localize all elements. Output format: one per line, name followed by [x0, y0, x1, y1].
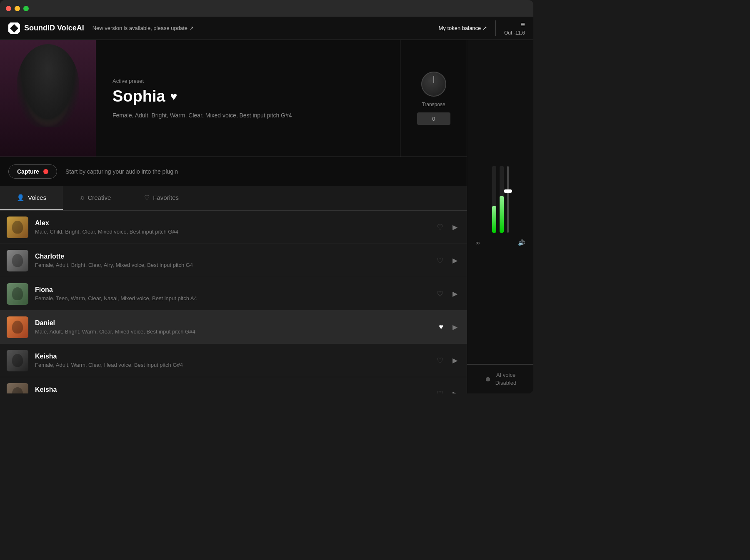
voice-item-alex[interactable]: Alex Male, Child, Bright, Clear, Mixed v…	[0, 211, 467, 244]
fader-track[interactable]	[507, 166, 509, 233]
voice-item-daniel[interactable]: Daniel Male, Adult, Bright, Warm, Clear,…	[0, 311, 467, 344]
voice-name-daniel: Daniel	[35, 319, 439, 327]
voice-actions-keisha1: ♡ ▶	[437, 356, 460, 366]
creative-icon: ♫	[80, 194, 84, 201]
artist-silhouette	[0, 40, 96, 157]
voice-info-daniel: Daniel Male, Adult, Bright, Warm, Clear,…	[35, 319, 439, 335]
meter-fill-right	[500, 196, 504, 233]
maximize-button[interactable]	[23, 6, 29, 11]
capture-bar: Capture Start by capturing your audio in…	[0, 157, 467, 186]
fader-controls: ∞ 🔊	[474, 239, 527, 246]
voice-name-keisha1: Keisha	[35, 353, 437, 360]
voice-heart-keisha2[interactable]: ♡	[437, 389, 443, 394]
voice-play-fiona[interactable]: ▶	[450, 289, 460, 299]
voice-info-alex: Alex Male, Child, Bright, Clear, Mixed v…	[35, 219, 437, 235]
voice-play-keisha1[interactable]: ▶	[450, 356, 460, 366]
voice-list-wrapper: Alex Male, Child, Bright, Clear, Mixed v…	[0, 211, 467, 393]
right-header: ≡ Out -11.6	[495, 20, 525, 36]
left-area: Active preset Sophia ♥ Female, Adult, Br…	[0, 40, 467, 393]
voice-tags-alex: Male, Child, Bright, Clear, Mixed voice,…	[35, 229, 437, 235]
voice-item-keisha1[interactable]: Keisha Female, Adult, Warm, Clear, Head …	[0, 344, 467, 377]
menu-button[interactable]: ≡	[512, 20, 525, 29]
voice-actions-alex: ♡ ▶	[437, 222, 460, 232]
voice-item-fiona[interactable]: Fiona Female, Teen, Warm, Clear, Nasal, …	[0, 277, 467, 311]
logo-icon	[8, 22, 20, 34]
voice-item-charlotte[interactable]: Charlotte Female, Adult, Bright, Clear, …	[0, 244, 467, 277]
voice-actions-fiona: ♡ ▶	[437, 289, 460, 299]
link-icon[interactable]: ∞	[475, 239, 480, 246]
voice-play-alex[interactable]: ▶	[450, 222, 460, 232]
preset-info: Active preset Sophia ♥ Female, Adult, Br…	[96, 40, 400, 157]
capture-button[interactable]: Capture	[8, 164, 57, 179]
capture-hint: Start by capturing your audio into the p…	[65, 168, 178, 175]
transpose-knob[interactable]	[421, 72, 446, 97]
fader-area	[492, 158, 509, 233]
voice-thumb-charlotte	[7, 250, 28, 271]
voice-tags-charlotte: Female, Adult, Bright, Clear, Airy, Mixe…	[35, 262, 437, 268]
voice-actions-charlotte: ♡ ▶	[437, 256, 460, 266]
fader-thumb[interactable]	[504, 189, 512, 193]
preset-name: Sophia ♥	[112, 87, 383, 105]
logo: SoundID VoiceAI	[8, 22, 84, 34]
voice-name-keisha2: Keisha	[35, 386, 437, 393]
voice-thumb-alex	[7, 217, 28, 238]
voice-heart-fiona[interactable]: ♡	[437, 289, 443, 299]
token-balance-button[interactable]: My token balance ↗	[438, 25, 487, 31]
preset-heart-icon[interactable]: ♥	[170, 90, 178, 103]
fader-section: ∞ 🔊	[467, 40, 533, 364]
titlebar	[0, 0, 533, 17]
meter-bar-right	[500, 166, 504, 233]
voice-tags-keisha1: Female, Adult, Warm, Clear, Head voice, …	[35, 362, 437, 368]
active-preset-label: Active preset	[112, 78, 383, 84]
transpose-input[interactable]	[417, 112, 450, 125]
voice-name-charlotte: Charlotte	[35, 253, 437, 260]
voice-play-daniel[interactable]: ▶	[450, 322, 460, 332]
voice-tags-fiona: Female, Teen, Warm, Clear, Nasal, Mixed …	[35, 295, 437, 301]
favorites-icon: ♡	[144, 194, 150, 202]
voice-name-fiona: Fiona	[35, 286, 437, 294]
voice-item-keisha2[interactable]: Keisha Female, Adult, Warm, Airy, Mixed …	[0, 377, 467, 393]
voice-info-charlotte: Charlotte Female, Adult, Bright, Clear, …	[35, 253, 437, 268]
voice-heart-alex[interactable]: ♡	[437, 223, 443, 232]
tab-voices[interactable]: 👤 Voices	[0, 186, 63, 210]
voice-thumb-keisha2	[7, 383, 28, 394]
app-name: SoundID VoiceAI	[24, 24, 84, 32]
voice-thumb-daniel	[7, 316, 28, 338]
voice-thumb-keisha1	[7, 350, 28, 371]
out-level: Out -11.6	[504, 30, 525, 36]
voice-play-charlotte[interactable]: ▶	[450, 256, 460, 266]
voices-icon: 👤	[17, 194, 25, 202]
ai-voice-section: ⏺ AI voiceDisabled	[467, 364, 533, 393]
tab-creative[interactable]: ♫ Creative	[63, 186, 128, 210]
voice-info-fiona: Fiona Female, Teen, Warm, Clear, Nasal, …	[35, 286, 437, 301]
voice-list: Alex Male, Child, Bright, Clear, Mixed v…	[0, 211, 467, 393]
power-icon[interactable]: ⏺	[485, 376, 491, 383]
ai-voice-label: AI voiceDisabled	[495, 371, 517, 386]
transpose-label: Transpose	[422, 102, 445, 107]
voice-play-keisha2[interactable]: ▶	[450, 389, 460, 394]
voice-heart-charlotte[interactable]: ♡	[437, 256, 443, 265]
voice-heart-keisha1[interactable]: ♡	[437, 356, 443, 365]
update-notice[interactable]: New version is available, please update …	[92, 25, 439, 31]
close-button[interactable]	[6, 6, 11, 11]
tab-bar: 👤 Voices ♫ Creative ♡ Favorites	[0, 186, 467, 211]
transpose-area: Transpose	[400, 40, 467, 157]
capture-dot	[43, 169, 48, 174]
main-layout: Active preset Sophia ♥ Female, Adult, Br…	[0, 40, 533, 393]
preset-tags: Female, Adult, Bright, Warm, Clear, Mixe…	[112, 112, 383, 119]
voice-actions-keisha2: ♡ ▶	[437, 389, 460, 394]
ai-voice-panel: ⏺ AI voiceDisabled	[467, 364, 533, 393]
voice-thumb-fiona	[7, 283, 28, 305]
voice-tags-daniel: Male, Adult, Bright, Warm, Clear, Mixed …	[35, 329, 439, 335]
preset-area: Active preset Sophia ♥ Female, Adult, Br…	[0, 40, 467, 157]
voice-heart-daniel[interactable]: ♥	[439, 323, 443, 331]
voice-info-keisha1: Keisha Female, Adult, Warm, Clear, Head …	[35, 353, 437, 368]
header: SoundID VoiceAI New version is available…	[0, 17, 533, 40]
voice-info-keisha2: Keisha Female, Adult, Warm, Airy, Mixed …	[35, 386, 437, 393]
meter-bar-left	[492, 166, 496, 233]
tab-favorites[interactable]: ♡ Favorites	[128, 186, 195, 210]
minimize-button[interactable]	[15, 6, 20, 11]
meter-fill-left	[492, 206, 496, 233]
volume-icon[interactable]: 🔊	[518, 239, 525, 246]
right-panel: ∞ 🔊 ⏺ AI voiceDisabled	[467, 40, 533, 393]
